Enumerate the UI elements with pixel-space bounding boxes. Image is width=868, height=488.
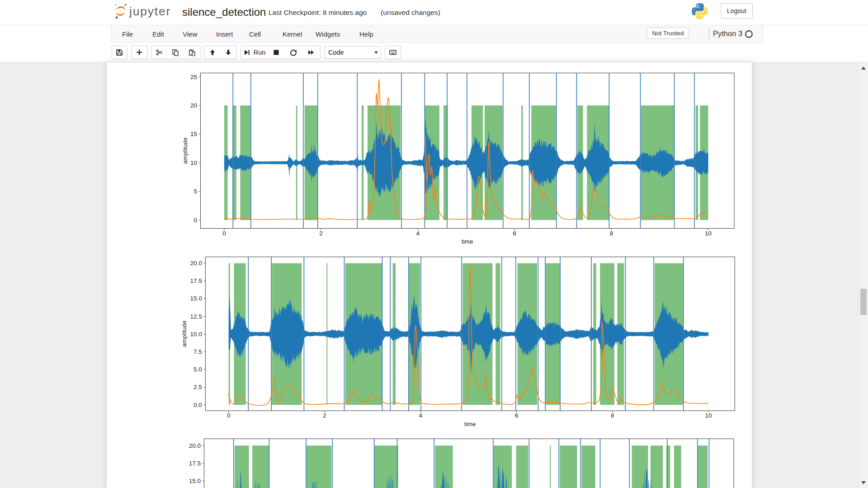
svg-text:6: 6 <box>513 230 517 237</box>
svg-text:12.5: 12.5 <box>190 313 202 320</box>
svg-text:10: 10 <box>705 412 712 419</box>
svg-text:time: time <box>462 238 473 245</box>
svg-text:6: 6 <box>515 412 519 419</box>
svg-text:10.0: 10.0 <box>190 331 202 338</box>
svg-text:4: 4 <box>419 412 423 419</box>
svg-text:10: 10 <box>190 160 197 166</box>
svg-text:15: 15 <box>190 131 197 137</box>
svg-text:time: time <box>464 421 476 427</box>
svg-text:25: 25 <box>190 74 197 80</box>
svg-text:8: 8 <box>610 230 613 237</box>
svg-text:10: 10 <box>705 230 712 237</box>
svg-text:5: 5 <box>193 188 197 195</box>
svg-text:7.5: 7.5 <box>193 348 202 355</box>
svg-text:0.0: 0.0 <box>193 402 202 408</box>
svg-text:amplitude: amplitude <box>182 137 189 164</box>
svg-text:15.0: 15.0 <box>189 478 201 484</box>
svg-text:0: 0 <box>222 230 226 237</box>
svg-text:2.5: 2.5 <box>193 384 202 390</box>
svg-text:17.5: 17.5 <box>190 277 202 284</box>
svg-text:4: 4 <box>416 230 420 237</box>
svg-text:20.0: 20.0 <box>189 442 201 449</box>
svg-text:amplitude: amplitude <box>181 321 188 347</box>
svg-text:20: 20 <box>190 102 197 109</box>
svg-text:5.0: 5.0 <box>193 366 202 373</box>
svg-text:jupyter: jupyter <box>129 5 171 18</box>
svg-text:0: 0 <box>193 217 197 224</box>
svg-text:2: 2 <box>319 230 323 237</box>
svg-text:17.5: 17.5 <box>189 460 201 467</box>
svg-text:20.0: 20.0 <box>190 260 202 267</box>
svg-text:8: 8 <box>611 412 614 419</box>
svg-text:2: 2 <box>323 412 326 419</box>
svg-text:15.0: 15.0 <box>190 295 202 302</box>
svg-text:0: 0 <box>227 412 231 419</box>
